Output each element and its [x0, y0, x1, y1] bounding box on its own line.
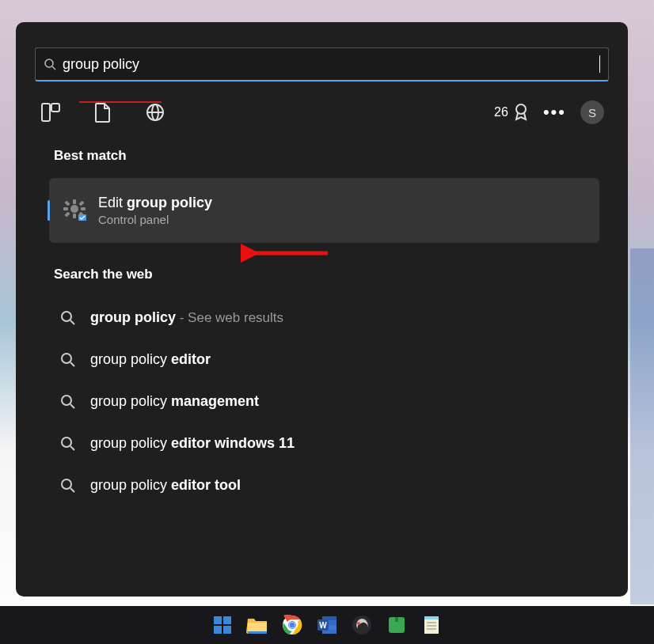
svg-rect-34 [248, 631, 267, 634]
svg-rect-32 [223, 626, 231, 634]
search-icon [60, 436, 76, 452]
web-results-list: group policy - See web results group pol… [49, 297, 599, 506]
svg-rect-50 [424, 616, 439, 619]
svg-line-26 [70, 446, 74, 450]
search-input[interactable] [63, 56, 599, 73]
tab-web-icon[interactable] [144, 101, 166, 123]
svg-point-25 [62, 438, 71, 447]
svg-point-0 [45, 59, 53, 67]
svg-rect-13 [64, 200, 70, 206]
svg-line-1 [52, 66, 55, 70]
svg-rect-14 [78, 200, 84, 206]
search-icon [44, 58, 56, 70]
svg-rect-2 [42, 104, 50, 121]
search-web-heading: Search the web [54, 267, 628, 282]
web-result-item[interactable]: group policy management [49, 381, 599, 422]
svg-line-20 [70, 320, 74, 324]
svg-rect-48 [395, 617, 398, 622]
file-explorer-icon[interactable] [245, 613, 269, 637]
medal-icon [513, 103, 529, 122]
search-icon [60, 478, 76, 494]
svg-point-19 [62, 312, 71, 321]
svg-point-23 [62, 396, 71, 405]
svg-rect-15 [64, 211, 70, 217]
chrome-icon[interactable] [280, 613, 304, 637]
svg-rect-33 [248, 623, 267, 632]
svg-rect-31 [214, 626, 222, 634]
tab-apps-icon[interactable] [40, 101, 62, 123]
spellcheck-underline [79, 101, 162, 103]
desktop-background [630, 248, 654, 604]
svg-rect-30 [223, 616, 231, 624]
web-result-item[interactable]: group policy editor [49, 339, 599, 381]
svg-text:W: W [319, 621, 327, 630]
search-icon [60, 310, 76, 326]
start-button[interactable] [211, 613, 234, 637]
svg-rect-10 [73, 214, 76, 218]
search-icon [60, 394, 76, 410]
search-bar[interactable] [35, 47, 609, 81]
svg-point-27 [62, 479, 71, 489]
text-cursor [599, 55, 600, 73]
svg-line-24 [70, 404, 74, 408]
svg-point-7 [516, 104, 526, 114]
svg-point-45 [352, 616, 371, 635]
svg-line-22 [70, 362, 74, 366]
svg-point-46 [357, 622, 360, 625]
svg-point-38 [290, 623, 295, 628]
tabs-row: 26 ••• S [16, 81, 628, 124]
notepad-icon[interactable] [420, 613, 443, 637]
best-match-heading: Best match [54, 148, 628, 164]
svg-rect-9 [73, 199, 76, 204]
best-match-text: Edit group policy Control panel [98, 195, 212, 226]
svg-point-8 [70, 205, 78, 213]
more-options-icon[interactable]: ••• [543, 102, 566, 123]
taskbar: W [0, 606, 654, 644]
best-match-result[interactable]: Edit group policy Control panel [49, 178, 599, 243]
windows-search-panel: 26 ••• S Best match Edit group policy Co… [16, 22, 628, 597]
web-result-item[interactable]: group policy editor windows 11 [49, 422, 599, 464]
web-result-item[interactable]: group policy editor tool [49, 464, 599, 506]
svg-rect-12 [81, 207, 86, 210]
obs-icon[interactable] [350, 613, 374, 637]
svg-rect-29 [214, 616, 222, 624]
word-icon[interactable]: W [315, 613, 339, 637]
app-green-icon[interactable] [385, 613, 409, 637]
svg-rect-3 [51, 104, 59, 112]
rewards-badge[interactable]: 26 [494, 103, 529, 122]
settings-gear-icon [60, 196, 89, 225]
web-result-item[interactable]: group policy - See web results [49, 297, 599, 339]
user-avatar[interactable]: S [580, 100, 604, 124]
svg-rect-11 [63, 207, 68, 210]
svg-line-28 [70, 488, 74, 492]
tab-documents-icon[interactable] [92, 101, 114, 123]
search-icon [60, 352, 76, 368]
selection-accent [48, 200, 50, 221]
rewards-count: 26 [494, 105, 508, 119]
svg-point-21 [62, 354, 71, 363]
